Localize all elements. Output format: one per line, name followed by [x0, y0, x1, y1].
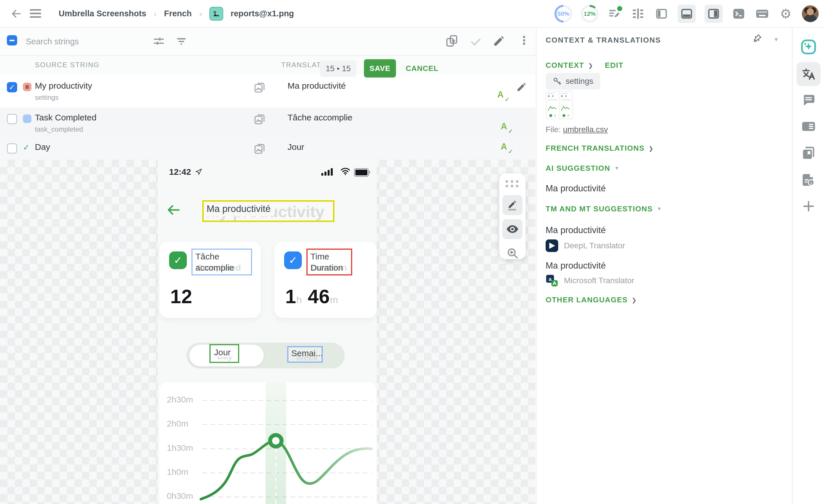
- edit-pencil-icon[interactable]: [493, 34, 505, 47]
- ai-suggestion-header[interactable]: AI SUGGESTION▼: [546, 164, 620, 173]
- phone-back-arrow-icon: [166, 203, 182, 217]
- wifi-icon: [340, 167, 350, 176]
- thumb-phone-left: [546, 92, 559, 118]
- source-string: Day: [35, 142, 50, 152]
- duration-value: 1h 46m: [285, 285, 338, 307]
- tm-mt-suggestions-header[interactable]: TM AND MT SUGGESTIONS▼: [546, 205, 662, 213]
- autotranslate-check-icon[interactable]: A✓: [501, 141, 512, 154]
- edit-link[interactable]: EDIT: [605, 61, 623, 70]
- approve-check-icon[interactable]: [470, 36, 482, 48]
- segment-translation: Semai...: [290, 348, 324, 358]
- autotranslate-check-icon[interactable]: A✓: [501, 121, 512, 134]
- context-section-header[interactable]: CONTEXT❯ EDIT: [546, 61, 623, 70]
- screenshot-stack-icon[interactable]: [253, 113, 266, 125]
- layout-right-panel-icon[interactable]: [704, 5, 723, 23]
- segment-week-highlight-box[interactable]: Week Semai...: [287, 346, 323, 363]
- back-arrow-icon[interactable]: [10, 8, 22, 19]
- tm-suggestion-text[interactable]: Ma productivité: [546, 261, 606, 271]
- title-translation-overlay: Ma productivité: [205, 202, 274, 216]
- microsoft-translator-icon: a: [546, 274, 558, 287]
- file-info-icon[interactable]: i: [801, 173, 816, 187]
- settings-gear-icon[interactable]: ⚙: [778, 6, 793, 21]
- card-label-highlight-box[interactable]: Completed Tâche accomplie: [191, 248, 252, 276]
- topbar-actions: 50% 12% ⚙: [554, 0, 819, 27]
- menu-hamburger-icon[interactable]: [30, 9, 41, 18]
- row-checkbox[interactable]: [7, 143, 17, 154]
- tm-suggestion-text[interactable]: Ma productivité: [546, 225, 606, 235]
- panel-collapse-chevron-icon[interactable]: ▼: [774, 36, 779, 43]
- y-tick-label: 2h30m: [167, 395, 193, 404]
- ai-assistant-icon[interactable]: [800, 38, 817, 55]
- annotate-pencil-button[interactable]: [502, 195, 522, 215]
- y-tick-label: 2h0m: [167, 419, 188, 428]
- screenshot-stack-icon[interactable]: [253, 143, 266, 155]
- title-highlight-box[interactable]: My productivity Ma productivité: [202, 200, 334, 222]
- row-checkbox[interactable]: [7, 114, 17, 124]
- save-button[interactable]: SAVE: [364, 59, 396, 78]
- table-row[interactable]: Task Completed task_completed Tâche acco…: [0, 108, 535, 138]
- suggestion-provider: a Microsoft Translator: [546, 274, 634, 287]
- phone-status-bar: 12:42: [158, 166, 377, 180]
- battery-icon: [354, 168, 369, 177]
- cancel-button[interactable]: CANCEL: [404, 59, 440, 78]
- add-plus-icon[interactable]: [802, 199, 815, 213]
- select-all-checkbox[interactable]: [7, 35, 17, 45]
- pin-icon[interactable]: [752, 33, 762, 43]
- svg-text:a: a: [548, 276, 552, 282]
- documents-bookmark-icon[interactable]: [801, 145, 816, 161]
- duplicate-icon[interactable]: [445, 34, 459, 48]
- table-row[interactable]: ✓ Day Jour A✓: [0, 137, 535, 160]
- chevron-right-icon: ❯: [588, 62, 593, 69]
- tasks-edit-icon[interactable]: [607, 6, 622, 21]
- file-link[interactable]: umbrella.csv: [563, 125, 608, 134]
- context-screenshot-thumbnail[interactable]: [546, 91, 573, 119]
- comments-icon[interactable]: [801, 92, 816, 107]
- y-tick-label: 1h0m: [167, 467, 188, 477]
- card-label-line1: Time: [310, 251, 348, 262]
- productivity-chart-card: 2h30m 2h0m 1h30m 1h0m 0h30m: [160, 383, 377, 504]
- screenshot-stack-icon[interactable]: [253, 82, 266, 94]
- visibility-eye-button[interactable]: [502, 219, 522, 239]
- string-key: task_completed: [35, 125, 83, 133]
- more-kebab-icon[interactable]: ⋮: [518, 34, 530, 46]
- layout-left-panel-icon[interactable]: [654, 6, 669, 21]
- row-checkbox-checked[interactable]: ✓: [7, 82, 17, 92]
- suggestion-provider: DeepL Translator: [546, 239, 625, 252]
- right-icon-sidebar: i: [792, 27, 824, 504]
- card-label-highlight-box[interactable]: Duration Time Duration: [306, 248, 352, 276]
- tasks-count-value: 12: [170, 285, 193, 307]
- segment-day-highlight-box[interactable]: Day Jour: [209, 344, 239, 363]
- french-translations-header[interactable]: FRENCH TRANSLATIONS❯: [546, 144, 654, 153]
- other-languages-header[interactable]: OTHER LANGUAGES❯: [546, 296, 637, 304]
- string-key-chip[interactable]: settings: [546, 73, 600, 90]
- tune-sliders-icon[interactable]: [153, 35, 165, 47]
- row-edit-pencil-icon[interactable]: [516, 82, 527, 92]
- filter-sort-icon[interactable]: [176, 36, 187, 47]
- table-view-icon[interactable]: [631, 6, 645, 21]
- breadcrumb-project[interactable]: Umbrella Screenshots: [59, 9, 146, 18]
- translation-text[interactable]: Ma productivité: [288, 81, 346, 91]
- translation-text[interactable]: Tâche accomplie: [288, 113, 352, 122]
- blue-check-square-icon: ✓: [284, 251, 302, 269]
- table-row[interactable]: ✓ My productivity settings Ma productivi…: [0, 74, 535, 108]
- search-input[interactable]: [25, 33, 129, 49]
- drag-handle-icon[interactable]: [506, 180, 519, 187]
- progress-ring-green: 12%: [581, 5, 599, 23]
- keyboard-icon[interactable]: [755, 6, 769, 21]
- user-avatar[interactable]: [802, 5, 819, 22]
- card-label-line2: Duration: [310, 262, 348, 273]
- translation-text[interactable]: Jour: [288, 142, 304, 152]
- autotranslate-check-icon[interactable]: A✓: [497, 90, 509, 102]
- ai-suggestion-text[interactable]: Ma productivité: [546, 183, 606, 194]
- breadcrumb-file[interactable]: reports@x1.png: [231, 9, 294, 18]
- translations-tab-icon[interactable]: [797, 62, 821, 86]
- provider-name: DeepL Translator: [564, 241, 625, 250]
- layout-bottom-panel-icon[interactable]: [678, 5, 696, 23]
- chevron-right-icon: ❯: [649, 145, 654, 152]
- terminal-icon[interactable]: [731, 6, 746, 21]
- breadcrumb-language[interactable]: French: [164, 9, 192, 18]
- details-card-icon[interactable]: [801, 119, 816, 134]
- zoom-in-magnifier-button[interactable]: [502, 243, 522, 263]
- string-key: settings: [35, 94, 59, 102]
- location-arrow-icon: [195, 168, 202, 176]
